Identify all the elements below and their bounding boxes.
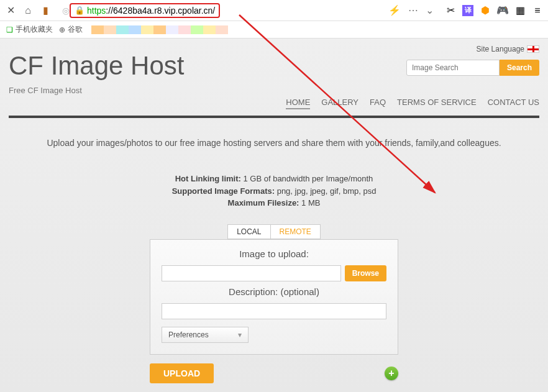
main-nav: HOME GALLERY FAQ TERMS OF SERVICE CONTAC…: [286, 98, 539, 109]
upload-tabs: LOCAL REMOTE: [150, 224, 398, 239]
upload-widget: LOCAL REMOTE Image to upload: Browse Des…: [150, 224, 398, 383]
description-label: Description: (optional): [162, 286, 386, 297]
preferences-dropdown[interactable]: Preferences▾: [162, 327, 249, 343]
search-form: Search: [406, 60, 539, 76]
gamepad-icon[interactable]: 🎮: [497, 5, 508, 16]
translate-icon[interactable]: 译: [462, 5, 473, 16]
nav-gallery[interactable]: GALLERY: [321, 98, 358, 109]
page-content: Site Language CF Image Host Search Free …: [0, 39, 548, 392]
file-path-input[interactable]: [162, 265, 341, 281]
briefcase-icon[interactable]: ▮: [40, 5, 51, 16]
bookmark-favorites[interactable]: ❏手机收藏夹: [6, 24, 53, 35]
shield-icon: ◎: [62, 6, 70, 16]
header-divider: [9, 116, 539, 118]
nav-faq[interactable]: FAQ: [370, 98, 386, 109]
limits-info: Hot Linking limit: 1 GB of bandwidth per…: [9, 173, 539, 209]
image-upload-label: Image to upload:: [162, 248, 386, 259]
chevron-down-icon[interactable]: ⌄: [426, 4, 434, 16]
bookmark-strip: [91, 25, 228, 34]
more-icon[interactable]: ⋯: [408, 4, 418, 16]
browse-button[interactable]: Browse: [345, 265, 386, 281]
search-button[interactable]: Search: [500, 60, 539, 76]
scissors-icon[interactable]: ✂: [445, 5, 456, 16]
nav-terms[interactable]: TERMS OF SERVICE: [397, 98, 477, 109]
nav-contact[interactable]: CONTACT US: [488, 98, 539, 109]
url-bar[interactable]: ◎ 🔒 https://6428ba4a.r8.vip.cpolar.cn/ ⚡…: [57, 1, 439, 20]
browser-toolbar: ✕ ⌂ ▮ ◎ 🔒 https://6428ba4a.r8.vip.cpolar…: [0, 0, 548, 21]
flag-icon: [527, 45, 539, 53]
url-highlight: 🔒 https://6428ba4a.r8.vip.cpolar.cn/: [70, 3, 220, 18]
extension-icons: ✂ 译 ⬢ 🎮 ▦ ≡: [445, 5, 543, 16]
tab-remote[interactable]: REMOTE: [270, 224, 321, 239]
site-subtitle: Free CF Image Host: [9, 86, 539, 95]
upload-button[interactable]: UPLOAD: [150, 363, 214, 383]
language-selector[interactable]: Site Language: [477, 45, 539, 53]
close-icon[interactable]: ✕: [5, 5, 16, 16]
chevron-down-icon: ▾: [238, 330, 242, 339]
search-input[interactable]: [406, 60, 500, 76]
add-more-button[interactable]: +: [385, 367, 398, 380]
nav-home[interactable]: HOME: [286, 98, 310, 109]
description-input[interactable]: [162, 303, 386, 319]
upload-panel: Image to upload: Browse Description: (op…: [150, 239, 398, 355]
bookmark-google[interactable]: ⊕谷歌: [59, 24, 83, 35]
home-icon[interactable]: ⌂: [22, 5, 34, 16]
url-text: https://6428ba4a.r8.vip.cpolar.cn/: [87, 6, 215, 16]
menu-icon[interactable]: ≡: [532, 5, 543, 16]
header: Site Language CF Image Host Search Free …: [9, 45, 539, 113]
bookmarks-bar: ❏手机收藏夹 ⊕谷歌: [0, 21, 548, 39]
intro-text: Upload your images/photos to our free im…: [9, 138, 539, 148]
bolt-icon[interactable]: ⚡: [388, 4, 401, 16]
tab-local[interactable]: LOCAL: [227, 224, 270, 239]
shield-ext-icon[interactable]: ⬢: [480, 5, 491, 16]
grid-icon[interactable]: ▦: [514, 5, 526, 16]
lock-icon: 🔒: [75, 6, 84, 15]
